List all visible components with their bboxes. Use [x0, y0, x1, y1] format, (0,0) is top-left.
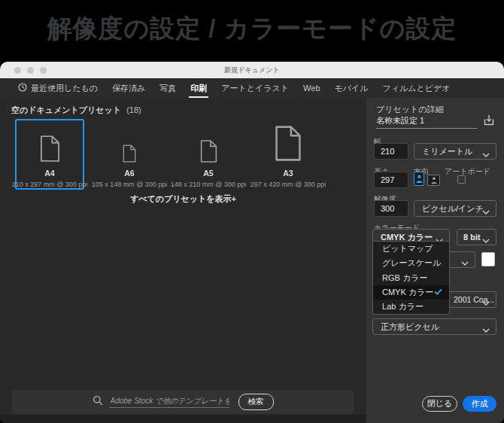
search-input[interactable]	[109, 397, 229, 408]
paper-icon	[175, 120, 241, 163]
unit-select[interactable]: ミリメートル	[414, 143, 496, 160]
paper-icon	[255, 120, 321, 163]
tab-label: アートとイラスト	[221, 83, 289, 94]
bit-depth-select[interactable]: 8 bit	[457, 229, 496, 245]
preset-name: A6	[124, 169, 134, 178]
lesson-title-banner: 解像度の設定 / カラーモードの設定	[0, 0, 504, 62]
width-input[interactable]	[374, 143, 408, 160]
bit-depth-value: 8 bit	[457, 233, 481, 242]
search-icon	[93, 395, 103, 409]
presets-heading-text: 空のドキュメントプリセット	[11, 105, 121, 114]
canvas-color-swatch[interactable]	[481, 252, 495, 266]
presets-count: (18)	[126, 105, 141, 114]
preset-name: A4	[44, 169, 54, 178]
tab-label: フィルムとビデオ	[383, 83, 451, 94]
chevron-down-icon	[482, 325, 490, 334]
close-button[interactable]: 閉じる	[422, 396, 457, 412]
preset-size: 210 x 297 mm @ 300 ppi	[12, 181, 88, 188]
pixel-aspect-select[interactable]: 正方形ピクセル	[372, 318, 496, 335]
window-title: 新規ドキュメント	[0, 62, 504, 78]
checkmark-icon	[434, 288, 442, 297]
menu-item-bitmap[interactable]: ビットマップ	[373, 242, 449, 256]
tab-photo[interactable]: 写真	[159, 78, 176, 98]
search-button[interactable]: 検索	[238, 394, 274, 410]
preset-size: 105 x 148 mm @ 300 ppi	[92, 181, 168, 188]
tab-mobile[interactable]: モバイル	[335, 78, 369, 98]
create-button[interactable]: 作成	[463, 396, 496, 412]
preset-size: 148 x 210 mm @ 300 ppi	[171, 181, 247, 188]
template-search-bar: 検索	[12, 390, 354, 414]
chevron-down-icon	[482, 150, 490, 159]
menu-item-label: RGB カラー	[382, 272, 427, 284]
menu-item-label: Lab カラー	[382, 301, 424, 312]
unit-select-value: ミリメートル	[414, 146, 472, 157]
artboard-checkbox[interactable]	[457, 175, 466, 184]
resolution-unit-value: ピクセル/インチ	[414, 203, 484, 215]
preset-tile-a4[interactable]: A4 210 x 297 mm @ 300 ppi	[15, 119, 84, 190]
preset-name: A3	[283, 169, 293, 178]
tab-recent[interactable]: 最近使用したもの	[18, 78, 98, 98]
tab-film-video[interactable]: フィルムとビデオ	[383, 78, 451, 98]
menu-item-rgb[interactable]: RGB カラー	[373, 270, 449, 285]
tab-label: 印刷	[190, 83, 207, 94]
tab-label: Web	[303, 84, 320, 93]
show-all-presets-link[interactable]: すべてのプリセットを表示+	[0, 193, 366, 205]
document-name-field[interactable]	[376, 116, 478, 129]
preset-size: 297 x 420 mm @ 300 ppi	[250, 181, 326, 188]
chevron-down-icon	[482, 207, 490, 216]
menu-item-grayscale[interactable]: グレースケール	[373, 256, 449, 270]
menu-item-label: グレースケール	[382, 257, 441, 269]
color-mode-menu: ビットマップ グレースケール RGB カラー CMYK カラー Lab カラー	[372, 241, 450, 315]
tab-label: モバイル	[335, 83, 369, 94]
tab-web[interactable]: Web	[303, 78, 320, 98]
presets-heading: 空のドキュメントプリセット (18)	[11, 105, 141, 116]
tab-label: 保存済み	[112, 83, 145, 94]
page-title: 解像度の設定 / カラーモードの設定	[0, 0, 504, 57]
chevron-down-icon	[461, 258, 469, 267]
window-titlebar: 新規ドキュメント	[0, 62, 504, 78]
preset-name: A5	[203, 169, 213, 178]
resolution-unit-select[interactable]: ピクセル/インチ	[414, 200, 496, 217]
category-tabbar: 最近使用したもの 保存済み 写真 印刷 アートとイラスト Web モバイル フィ…	[0, 78, 504, 98]
window-bottom-edge	[0, 415, 366, 423]
artboard-label: アートボード	[445, 166, 490, 177]
pixel-aspect-value: 正方形ピクセル	[373, 321, 439, 333]
portrait-orientation-icon[interactable]	[414, 172, 424, 186]
preset-details-panel: プリセットの詳細 幅 ミリメートル 高さ 方向 アートボード 解	[366, 98, 504, 423]
landscape-orientation-icon[interactable]	[427, 175, 440, 186]
preset-tile-a5[interactable]: A5 148 x 210 mm @ 300 ppi	[174, 119, 243, 190]
chevron-down-icon	[482, 298, 490, 307]
paper-icon	[17, 120, 83, 163]
tab-label: 写真	[159, 83, 176, 94]
resolution-input[interactable]	[374, 200, 408, 217]
height-input[interactable]	[374, 172, 408, 188]
preset-browser: 空のドキュメントプリセット (18) A4 210 x 297 mm @ 300…	[0, 98, 366, 423]
preset-tile-a6[interactable]: A6 105 x 148 mm @ 300 ppi	[95, 119, 164, 190]
tab-art-illustration[interactable]: アートとイラスト	[221, 78, 289, 98]
menu-item-lab[interactable]: Lab カラー	[373, 300, 449, 314]
menu-item-cmyk[interactable]: CMYK カラー	[373, 285, 449, 300]
tab-saved[interactable]: 保存済み	[112, 78, 145, 98]
clock-icon	[18, 83, 27, 93]
tab-print[interactable]: 印刷	[190, 78, 207, 98]
menu-item-label: ビットマップ	[382, 243, 433, 254]
paper-icon	[96, 120, 162, 163]
save-preset-icon[interactable]	[482, 114, 496, 127]
chevron-down-icon	[482, 236, 490, 245]
new-document-dialog: 新規ドキュメント 最近使用したもの 保存済み 写真 印刷 アートとイラスト We…	[0, 62, 504, 423]
panel-heading: プリセットの詳細	[376, 104, 444, 115]
tab-label: 最近使用したもの	[31, 83, 98, 94]
menu-item-label: CMYK カラー	[382, 287, 433, 298]
preset-tile-a3[interactable]: A3 297 x 420 mm @ 300 ppi	[254, 119, 323, 190]
